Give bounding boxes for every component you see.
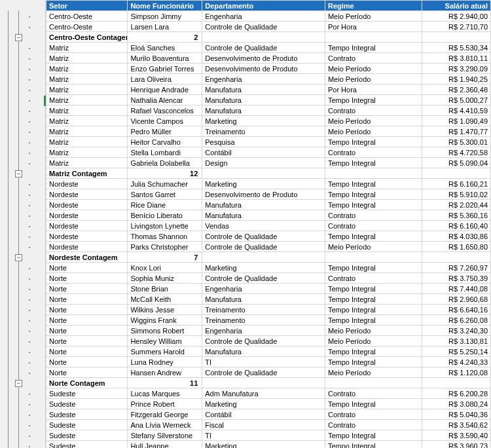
cell-nome[interactable]: Livingston Lynette [128,221,202,231]
cell-regime[interactable]: Meio Período [325,336,422,346]
cell-salario[interactable]: R$ 1.940,25 [422,74,490,84]
cell-departamento[interactable]: Design [202,158,325,168]
table-row[interactable]: Centro-OesteLarsen LaraControle de Quali… [46,22,491,32]
cell-salario[interactable]: R$ 7.440,08 [422,284,490,294]
group-label[interactable]: Nordeste Contagem [46,252,128,263]
cell-salario[interactable]: R$ 1.090,49 [422,116,490,126]
cell-regime[interactable]: Tempo Integral [325,189,422,200]
cell-regime[interactable]: Tempo Integral [325,441,422,449]
cell-setor[interactable]: Centro-Oeste [46,22,128,32]
cell-nome[interactable]: Simpson Jimmy [128,11,202,22]
cell-salario[interactable]: R$ 3.590,40 [422,430,490,441]
cell-nome[interactable]: Henrique Andrade [128,84,202,95]
cell-setor[interactable]: Norte [46,263,128,273]
table-row[interactable]: NorteSummers HaroldManufaturaTempo Integ… [46,346,491,357]
cell-regime[interactable]: Tempo Integral [325,263,422,273]
cell-departamento[interactable]: Manufatura [202,95,325,105]
cell-nome[interactable]: Hansen Andrew [128,367,202,378]
cell-salario[interactable]: R$ 4.240,33 [422,357,490,367]
cell-salario[interactable]: R$ 2.360,48 [422,84,490,95]
cell-departamento[interactable]: Engenharia [202,74,325,84]
cell-regime[interactable]: Contrato [325,105,422,116]
cell-salario[interactable]: R$ 5.360,16 [422,210,490,221]
cell-regime[interactable]: Tempo Integral [325,357,422,367]
col-header-nome[interactable]: Nome Funcionário [128,1,202,11]
cell-setor[interactable]: Norte [46,305,128,315]
cell-nome[interactable]: Stella Lombardi [128,147,202,158]
cell-salario[interactable]: R$ 3.080,24 [422,399,490,409]
cell-setor[interactable]: Nordeste [46,242,128,252]
table-row[interactable]: MatrizRafael VasconcelosManufaturaContra… [46,105,491,116]
subtotal-row[interactable]: Nordeste Contagem7 [46,252,491,263]
cell-regime[interactable]: Por Hora [325,84,422,95]
cell-nome[interactable]: Vicente Campos [128,116,202,126]
cell-nome[interactable]: Julia Schumacher [128,179,202,189]
table-row[interactable]: Centro-OesteSimpson JimmyEngenhariaMeio … [46,11,491,22]
cell-setor[interactable]: Matriz [46,158,128,168]
cell-departamento[interactable]: Controle de Qualidade [202,231,325,242]
cell-nome[interactable]: Lara Oliveira [128,74,202,84]
cell-salario[interactable]: R$ 3.960,73 [422,441,490,449]
table-row[interactable]: NorteHansen AndrewControle de QualidadeM… [46,367,491,378]
table-row[interactable]: NordesteThomas ShannonControle de Qualid… [46,231,491,242]
cell-nome[interactable]: Wiggins Frank [128,315,202,326]
cell-departamento[interactable]: Manufatura [202,200,325,210]
col-header-regime[interactable]: Regime [325,1,422,11]
cell-salario[interactable]: R$ 5.910,02 [422,189,490,200]
cell-regime[interactable]: Contrato [325,420,422,430]
table-row[interactable]: NordesteParks ChristopherControle de Qua… [46,242,491,252]
cell-nome[interactable]: Ana Lívia Werneck [128,420,202,430]
cell-setor[interactable]: Sudeste [46,430,128,441]
cell-setor[interactable]: Sudeste [46,420,128,430]
cell-nome[interactable]: Hull Jeanne [128,441,202,449]
cell-setor[interactable]: Norte [46,336,128,346]
cell-setor[interactable]: Centro-Oeste [46,11,128,22]
subtotal-row[interactable]: Centro-Oeste Contagem2 [46,32,491,43]
cell-salario[interactable]: R$ 5.300,01 [422,137,490,147]
col-header-departamento[interactable]: Departamento [202,1,325,11]
cell-nome[interactable]: Santos Garret [128,189,202,200]
cell-setor[interactable]: Norte [46,326,128,336]
group-label[interactable]: Centro-Oeste Contagem [46,32,128,43]
cell-setor[interactable]: Matriz [46,116,128,126]
cell-setor[interactable]: Sudeste [46,399,128,409]
cell-departamento[interactable]: Fiscal [202,420,325,430]
cell-salario[interactable]: R$ 6.260,08 [422,315,490,326]
table-row[interactable]: MatrizHenrique AndradeManufaturaPor Hora… [46,84,491,95]
cell-nome[interactable]: Wilkins Jesse [128,305,202,315]
cell-regime[interactable]: Meio Período [325,116,422,126]
cell-setor[interactable]: Matriz [46,84,128,95]
cell-departamento[interactable]: Controle de Qualidade [202,22,325,32]
cell-setor[interactable]: Nordeste [46,200,128,210]
cell-setor[interactable]: Matriz [46,147,128,158]
col-header-setor[interactable]: Setor [46,1,128,11]
cell-setor[interactable]: Norte [46,273,128,284]
table-row[interactable]: MatrizEnzo Gabriel TorresDesenvolvimento… [46,64,491,74]
cell-salario[interactable]: R$ 3.240,30 [422,326,490,336]
cell-departamento[interactable]: TI [202,430,325,441]
table-row[interactable]: NorteKnox LoriMarketingTempo IntegralR$ … [46,263,491,273]
table-row[interactable]: NordesteLivingston LynetteVendasContrato… [46,221,491,231]
cell-setor[interactable]: Matriz [46,64,128,74]
cell-salario[interactable]: R$ 5.250,14 [422,346,490,357]
cell-departamento[interactable]: Manufatura [202,210,325,221]
table-row[interactable]: NordesteBenício LiberatoManufaturaContra… [46,210,491,221]
cell-departamento[interactable]: Marketing [202,399,325,409]
cell-nome[interactable]: Enzo Gabriel Torres [128,64,202,74]
cell-regime[interactable]: Tempo Integral [325,294,422,305]
cell-regime[interactable]: Contrato [325,273,422,284]
table-row[interactable]: MatrizVicente CamposMarketingMeio Períod… [46,116,491,126]
cell-regime[interactable]: Contrato [325,147,422,158]
cell-departamento[interactable]: Pesquisa [202,137,325,147]
table-row[interactable]: SudesteHull JeanneMarketingTempo Integra… [46,441,491,449]
cell-regime[interactable]: Tempo Integral [325,284,422,294]
cell-nome[interactable]: Prince Robert [128,399,202,409]
group-count[interactable]: 7 [128,252,202,263]
cell-salario[interactable]: R$ 2.960,68 [422,294,490,305]
collapse-button[interactable]: − [15,170,22,177]
cell-salario[interactable]: R$ 5.040,36 [422,409,490,420]
cell-nome[interactable]: Hensley William [128,336,202,346]
cell-setor[interactable]: Matriz [46,95,128,105]
cell-setor[interactable]: Matriz [46,137,128,147]
cell-setor[interactable]: Norte [46,367,128,378]
